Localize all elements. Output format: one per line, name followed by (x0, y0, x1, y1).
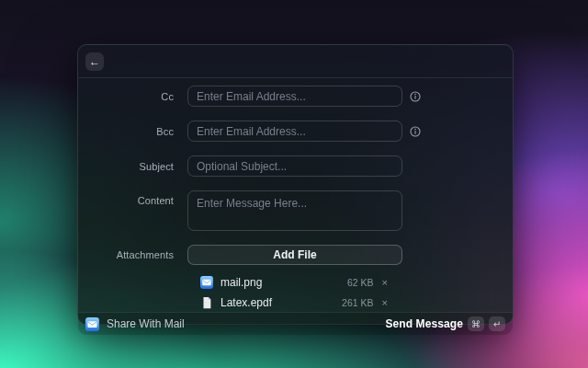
attachment-name: mail.png (220, 276, 262, 289)
attachments-row: Attachments Add File (78, 245, 513, 265)
bcc-input[interactable] (187, 121, 402, 142)
info-icon (410, 126, 421, 137)
info-icon (410, 91, 421, 102)
send-message-button[interactable]: Send Message (385, 317, 463, 330)
cc-input[interactable] (187, 86, 402, 107)
remove-attachment-icon[interactable]: × (382, 298, 388, 308)
add-file-button[interactable]: Add File (187, 245, 402, 265)
back-button[interactable]: ← (85, 52, 104, 71)
mail-app-icon (200, 276, 213, 289)
attachments-label: Attachments (78, 249, 174, 260)
subject-row: Subject (78, 155, 513, 177)
attachment-name: Latex.epdf (220, 296, 272, 309)
cc-label: Cc (78, 91, 174, 102)
attachment-row[interactable]: mail.png 62 KB × (187, 273, 402, 292)
add-file-button-label: Add File (273, 248, 316, 261)
subject-input[interactable] (187, 155, 402, 177)
content-label: Content (78, 190, 174, 206)
return-key-icon: ↵ (489, 316, 505, 331)
attachment-size: 261 KB (342, 297, 373, 308)
attachment-row[interactable]: Latex.epdf 261 KB × (187, 293, 402, 312)
share-with-mail-window: ← Cc Bcc (77, 44, 514, 325)
subject-label: Subject (78, 161, 174, 172)
mail-app-icon (85, 317, 99, 331)
cc-row: Cc (78, 86, 513, 107)
attachment-list: mail.png 62 KB × Latex.epdf 261 KB × (187, 273, 402, 312)
document-icon (200, 296, 213, 309)
bcc-label: Bcc (78, 126, 174, 137)
share-form: Cc Bcc Subject (78, 78, 513, 312)
remove-attachment-icon[interactable]: × (382, 278, 388, 288)
bcc-row: Bcc (78, 121, 513, 142)
back-arrow-icon: ← (89, 56, 100, 67)
command-key-icon: ⌘ (468, 316, 484, 331)
window-header: ← (78, 45, 513, 78)
footer-app-name: Share With Mail (107, 317, 185, 330)
content-row: Content (78, 190, 513, 231)
content-textarea[interactable] (187, 190, 402, 231)
attachment-size: 62 KB (347, 277, 374, 288)
window-footer: Share With Mail Send Message ⌘ ↵ (78, 312, 513, 335)
